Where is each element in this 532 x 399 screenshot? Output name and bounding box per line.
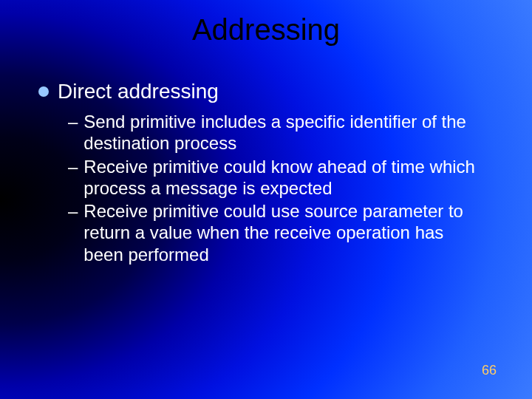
bullet-dot-icon <box>38 86 49 97</box>
subpoints-list: – Send primitive includes a specific ide… <box>68 111 502 265</box>
subpoint-text: Receive primitive could use source param… <box>83 200 482 265</box>
bullet-level-1: Direct addressing <box>38 80 502 103</box>
bullet-text: Direct addressing <box>58 80 219 103</box>
dash-icon: – <box>68 200 78 265</box>
subpoint: – Receive primitive could know ahead of … <box>68 156 502 200</box>
slide-title: Addressing <box>0 13 532 47</box>
subpoint-text: Send primitive includes a specific ident… <box>83 111 482 154</box>
content-area: Direct addressing – Send primitive inclu… <box>38 80 502 267</box>
page-number: 66 <box>482 363 497 378</box>
dash-icon: – <box>68 111 78 154</box>
slide: Addressing Direct addressing – Send prim… <box>0 0 532 399</box>
subpoint: – Receive primitive could use source par… <box>68 200 502 265</box>
dash-icon: – <box>68 156 78 200</box>
subpoint: – Send primitive includes a specific ide… <box>68 111 502 154</box>
subpoint-text: Receive primitive could know ahead of ti… <box>83 156 482 200</box>
